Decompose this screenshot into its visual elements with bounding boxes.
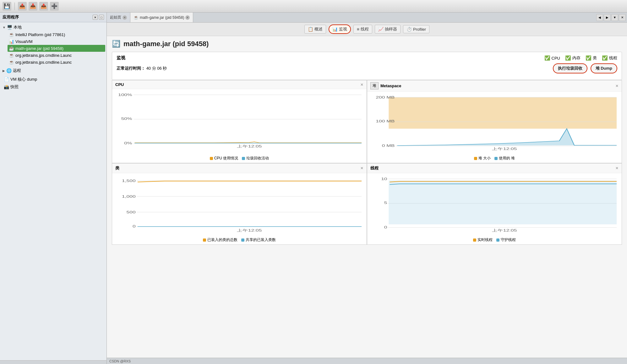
toolbar-sep-1 <box>14 3 15 10</box>
toolbar-btn-3[interactable]: 📤 <box>39 2 48 11</box>
sidebar-scrollbar[interactable] <box>0 360 106 364</box>
tab-nav-left-btn[interactable]: ◀ <box>596 14 603 21</box>
toolbar: 💾 📤 📥 📤 ➕ <box>0 0 627 13</box>
svg-text:50%: 50% <box>121 117 132 120</box>
threads-icon: ≡ <box>357 27 359 32</box>
monitor-header: 监视 ✅ CPU ✅ 内存 ✅ 类 <box>117 55 617 61</box>
legend-total-classes: 已装入的类的总数 <box>203 237 237 243</box>
chart-panel-cpu: CPU ✕ 100% 50% 0% <box>112 80 367 163</box>
app-container: 应用程序 ✕ □ ▼ 🖥️ 本地 ☕ IntelliJ Platform (pi… <box>0 13 627 364</box>
tab-mathgame[interactable]: ☕ math-game.jar (pid 59458) ✕ <box>130 13 193 22</box>
legend-used-heap: 使用的 堆 <box>494 156 515 161</box>
tab-nav-close-btn[interactable]: ✕ <box>619 14 626 21</box>
sidebar-maximize-btn[interactable]: □ <box>99 15 104 20</box>
heap-button[interactable]: 堆 <box>370 82 379 89</box>
svg-text:200 MB: 200 MB <box>376 95 395 99</box>
sidebar-content: ▼ 🖥️ 本地 ☕ IntelliJ Platform (pid 77861) … <box>0 22 106 360</box>
main-content: 起始页 ✕ ☕ math-game.jar (pid 59458) ✕ ◀ ▶ … <box>107 13 627 364</box>
func-btn-overview[interactable]: 📋 概述 <box>304 25 326 34</box>
svg-text:1,500: 1,500 <box>122 179 136 183</box>
tab-bar: 起始页 ✕ ☕ math-game.jar (pid 59458) ✕ ◀ ▶ … <box>107 13 627 23</box>
legend-total-classes-dot <box>203 238 206 242</box>
legend-shared-classes-label: 共享的已装入类数 <box>246 237 276 243</box>
tree-item-visualvm[interactable]: 📊 VisualVM <box>8 38 105 45</box>
toolbar-save[interactable]: 💾 <box>3 2 11 11</box>
tree-group-local: ▼ 🖥️ 本地 ☕ IntelliJ Platform (pid 77861) … <box>1 24 105 66</box>
heap-dump-button[interactable]: 堆 Dump <box>591 63 617 73</box>
tree-org1-icon: ☕ <box>9 53 14 58</box>
monitor-icon: 📊 <box>332 27 338 32</box>
chart-classes-svg: 1,500 1,000 500 0 <box>115 176 364 232</box>
chart-threads-title: 线程 <box>370 165 379 171</box>
action-buttons: 执行垃圾回收 堆 Dump <box>553 63 617 73</box>
toolbar-btn-4[interactable]: ➕ <box>50 2 59 11</box>
uptime-label: 正常运行时间： <box>117 66 145 71</box>
func-btn-threads-label: 线程 <box>361 26 369 32</box>
legend-heap-size: 堆 大小 <box>474 156 491 161</box>
page-title-icon: 🔄 <box>112 40 120 48</box>
tab-start-close[interactable]: ✕ <box>123 15 127 20</box>
sidebar: 应用程序 ✕ □ ▼ 🖥️ 本地 ☕ IntelliJ Platform (pi… <box>0 13 107 364</box>
tree-intellij-label: IntelliJ Platform (pid 77861) <box>15 32 65 37</box>
legend-daemon-threads-label: 守护线程 <box>501 237 516 243</box>
chart-panel-classes: 类 ✕ 1,500 1,000 500 0 <box>112 163 367 245</box>
tree-mathgame-label: math-game.jar (pid 59458) <box>15 46 63 51</box>
legend-used-heap-dot <box>494 157 498 160</box>
tab-nav-right-btn[interactable]: ▶ <box>604 14 611 21</box>
tree-snapshot-icon: 📸 <box>4 84 9 89</box>
tree-item-org2[interactable]: ☕ org.jetbrains.jps.cmdline.Launc <box>8 59 105 66</box>
check-class: ✅ 类 <box>586 55 597 61</box>
tree-group-local-header[interactable]: ▼ 🖥️ 本地 <box>1 24 105 31</box>
toolbar-btn-1[interactable]: 📤 <box>18 2 27 11</box>
chart-threads-close[interactable]: ✕ <box>615 166 619 170</box>
chart-cpu-close[interactable]: ✕ <box>360 83 363 87</box>
chart-metaspace-legend: 堆 大小 使用的 堆 <box>367 154 622 163</box>
chart-classes-close[interactable]: ✕ <box>360 166 363 170</box>
func-btn-profiler[interactable]: ⏱️ Profiler <box>403 25 429 33</box>
check-thread-icon: ✅ <box>602 55 608 61</box>
tree-item-org1[interactable]: ☕ org.jetbrains.jps.cmdline.Launc <box>8 52 105 59</box>
toolbar-btn-2[interactable]: 📥 <box>29 2 37 11</box>
status-text: CSDN @RXS <box>109 359 131 363</box>
chart-classes-body: 1,500 1,000 500 0 <box>112 173 367 236</box>
chart-metaspace-header: 堆 Metaspace ✕ <box>367 80 622 92</box>
tree-intellij-icon: ☕ <box>9 32 14 37</box>
status-bar: CSDN @RXS <box>107 358 627 364</box>
svg-rect-30 <box>389 180 617 224</box>
func-btn-threads[interactable]: ≡ 线程 <box>353 25 372 34</box>
check-class-icon: ✅ <box>586 55 592 61</box>
legend-shared-classes: 共享的已装入类数 <box>241 237 276 243</box>
tree-item-intellij[interactable]: ☕ IntelliJ Platform (pid 77861) <box>8 31 105 38</box>
tab-mathgame-icon: ☕ <box>134 15 139 20</box>
chart-threads-body: 10 5 0 <box>367 173 622 236</box>
chart-metaspace-close[interactable]: ✕ <box>615 84 619 88</box>
tree-item-vmdump[interactable]: 📄 VM 核心 dump <box>3 76 105 83</box>
gc-button[interactable]: 执行垃圾回收 <box>553 63 587 73</box>
tab-mathgame-close[interactable]: ✕ <box>185 15 190 20</box>
legend-live-threads-dot <box>473 238 476 242</box>
chart-metaspace-svg: 200 MB 100 MB 0 MB 上午12:05 <box>370 94 619 151</box>
tab-start[interactable]: 起始页 ✕ <box>107 13 130 22</box>
chart-threads-header: 线程 ✕ <box>367 163 622 173</box>
tab-nav-menu-btn[interactable]: ▼ <box>611 14 618 21</box>
tree-group-remote-header[interactable]: ▶ 🌐 远程 <box>1 67 105 74</box>
tree-mathgame-icon: ☕ <box>9 46 14 51</box>
tab-nav-right: ◀ ▶ ▼ ✕ <box>596 14 627 21</box>
svg-rect-7 <box>389 97 617 129</box>
uptime-row: 正常运行时间： 40 分 06 秒 执行垃圾回收 堆 Dump <box>117 63 617 73</box>
check-mem-label: 内存 <box>572 55 581 61</box>
func-btn-monitor[interactable]: 📊 监视 <box>329 24 351 34</box>
chart-classes-header: 类 ✕ <box>112 163 367 173</box>
sidebar-close-btn[interactable]: ✕ <box>93 15 98 20</box>
svg-text:上午12:05: 上午12:05 <box>237 144 262 148</box>
tree-item-snapshot[interactable]: 📸 快照 <box>3 83 105 91</box>
chart-metaspace-header-left: 堆 Metaspace <box>370 82 401 89</box>
tree-arrow-remote: ▶ <box>3 69 5 72</box>
tree-org2-label: org.jetbrains.jps.cmdline.Launc <box>15 60 72 65</box>
func-btn-sampler[interactable]: 📈 抽样器 <box>375 25 401 34</box>
legend-shared-classes-dot <box>241 238 244 242</box>
svg-text:10: 10 <box>381 177 387 181</box>
tab-start-label: 起始页 <box>110 15 121 20</box>
func-btn-monitor-label: 监视 <box>339 26 347 32</box>
tree-item-mathgame[interactable]: ☕ math-game.jar (pid 59458) <box>8 45 105 52</box>
